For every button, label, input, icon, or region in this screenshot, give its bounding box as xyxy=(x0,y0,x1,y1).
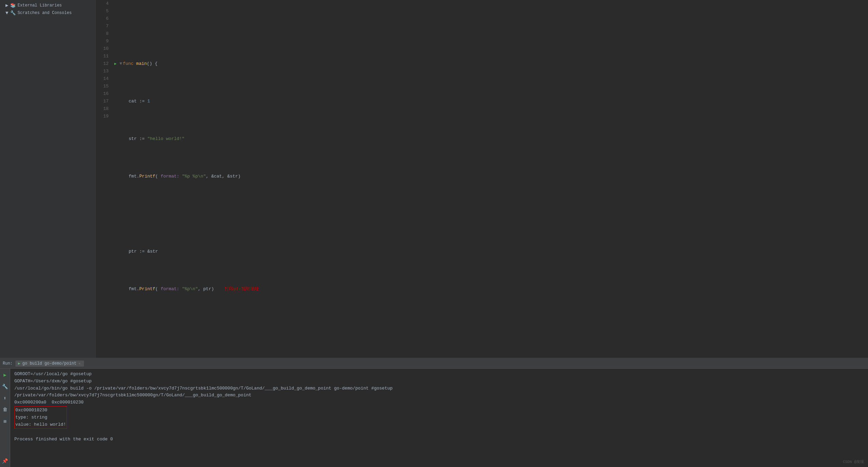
run-grid-button[interactable]: ⊞ xyxy=(1,417,9,425)
close-tab-button[interactable]: ✕ xyxy=(79,362,81,366)
sidebar: ▶ 📚 External Libraries ▼ 🔧 Scratches and… xyxy=(0,0,96,358)
code-line-10: ptr := &str xyxy=(113,248,868,255)
code-line-11: fmt.Printf( format: "%p\n", ptr) 打印ptr指针… xyxy=(113,285,868,293)
run-trash-button[interactable]: 🗑 xyxy=(1,406,9,414)
editor-area: 4 5 6 7 8 9 10 11 12 13 14 15 16 17 18 1… xyxy=(96,0,868,358)
line-numbers: 4 5 6 7 8 9 10 11 12 13 14 15 16 17 18 1… xyxy=(96,0,113,358)
watermark: CSDN @发现 xyxy=(843,459,864,464)
output-line-5: 0xc0000200a0 0xc000010230 xyxy=(14,399,864,406)
library-icon: 📚 xyxy=(10,3,16,8)
code-line-12 xyxy=(113,323,868,330)
output-line-process: Process finished with the exit code 0 xyxy=(14,436,864,443)
run-output: GOROOT=/usr/local/go #gosetup GOPATH=/Us… xyxy=(10,369,868,467)
run-scroll-button[interactable]: ⬆ xyxy=(1,394,9,402)
output-line-2: GOPATH=/Users/dxm/go #gosetup xyxy=(14,378,864,385)
code-content: ▶ ▼ func main() { cat := 1 str := "hello… xyxy=(113,0,868,358)
sidebar-item-scratches[interactable]: ▼ 🔧 Scratches and Consoles xyxy=(0,9,95,17)
output-line-4: /private/var/folders/bw/xvcy7d7j7nscgrts… xyxy=(14,392,864,399)
run-label: Run: xyxy=(3,361,13,366)
code-line-6: cat := 1 xyxy=(113,98,868,105)
run-tab-label: go build go-demo/point xyxy=(22,361,76,366)
output-line-blank xyxy=(14,429,864,436)
run-play-button[interactable]: ▶ xyxy=(1,371,9,379)
sidebar-item-external-libraries[interactable]: ▶ 📚 External Libraries xyxy=(0,1,95,9)
code-container: 4 5 6 7 8 9 10 11 12 13 14 15 16 17 18 1… xyxy=(96,0,868,358)
code-line-8: fmt.Printf( format: "%p %p\n", &cat, &st… xyxy=(113,173,868,180)
run-button[interactable]: ▶ xyxy=(113,60,118,68)
scratches-arrow-icon: ▼ xyxy=(5,10,8,16)
run-pin-button[interactable]: 📌 xyxy=(1,457,9,465)
external-libraries-label: External Libraries xyxy=(17,3,62,8)
highlight-box: 0xc000010230 type: string value: hello w… xyxy=(14,406,67,429)
run-panel: Run: ▶ go build go-demo/point ✕ ▶ 🔧 ⬆ 🗑 … xyxy=(0,358,868,467)
output-line-1: GOROOT=/usr/local/go #gosetup xyxy=(14,371,864,378)
run-tab[interactable]: ▶ go build go-demo/point ✕ xyxy=(15,360,84,367)
run-content: ▶ 🔧 ⬆ 🗑 ⊞ 📌 GOROOT=/usr/local/go #gosetu… xyxy=(0,369,868,467)
code-line-5: ▶ ▼ func main() { xyxy=(113,60,868,68)
external-libraries-icon: ▶ xyxy=(5,2,8,8)
run-wrench-button[interactable]: 🔧 xyxy=(1,382,9,391)
output-line-highlight: 0xc000010230 type: string value: hello w… xyxy=(14,406,864,429)
fold-icon: ▼ xyxy=(120,60,122,68)
scratches-icon: 🔧 xyxy=(10,10,16,16)
scratches-label: Scratches and Consoles xyxy=(17,11,71,15)
run-sidebar: ▶ 🔧 ⬆ 🗑 ⊞ 📌 xyxy=(0,369,10,467)
code-line-9 xyxy=(113,210,868,218)
run-tabs: Run: ▶ go build go-demo/point ✕ xyxy=(0,358,868,369)
output-line-3: /usr/local/go/bin/go build -o /private/v… xyxy=(14,385,864,392)
code-line-7: str := "hello world!" xyxy=(113,135,868,143)
code-line-4 xyxy=(113,23,868,30)
run-tab-icon: ▶ xyxy=(18,361,20,366)
